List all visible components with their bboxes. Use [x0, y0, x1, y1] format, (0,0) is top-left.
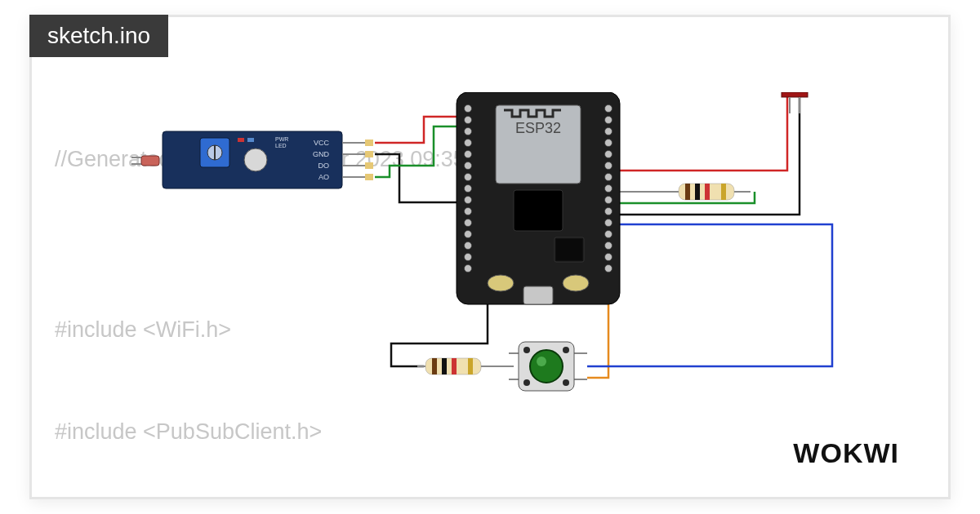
wokwi-logo-text: WOKWI	[793, 437, 899, 468]
ldr-pwr-label: PWR	[275, 136, 288, 142]
resistor-1[interactable]	[679, 184, 734, 200]
svg-point-25	[563, 275, 589, 291]
svg-point-45	[605, 151, 612, 158]
svg-point-26	[465, 105, 472, 113]
svg-rect-14	[365, 140, 373, 146]
svg-point-34	[465, 197, 472, 204]
svg-rect-23	[523, 286, 553, 304]
svg-rect-19	[496, 105, 581, 184]
svg-point-28	[465, 128, 472, 135]
wire-button-gnd	[391, 303, 488, 366]
svg-point-42	[605, 117, 612, 124]
svg-rect-66	[442, 358, 447, 374]
svg-point-33	[465, 185, 472, 193]
ldr-pin-label-vcc: VCC	[314, 139, 330, 147]
svg-point-37	[465, 231, 472, 238]
esp32-board[interactable]: ESP32	[457, 92, 620, 304]
svg-point-47	[605, 174, 612, 181]
svg-rect-56	[782, 92, 808, 97]
svg-rect-61	[695, 184, 700, 200]
svg-point-29	[465, 140, 472, 147]
svg-point-49	[605, 197, 612, 204]
svg-point-30	[465, 151, 472, 158]
ldr-module[interactable]: PWR LED VCC GND DO AO	[131, 131, 373, 188]
svg-rect-62	[705, 184, 710, 200]
svg-point-31	[465, 162, 472, 170]
svg-point-48	[605, 185, 612, 193]
svg-rect-16	[365, 162, 373, 169]
svg-point-46	[605, 162, 612, 170]
svg-point-77	[563, 379, 569, 386]
push-button[interactable]	[509, 342, 587, 391]
svg-rect-63	[721, 184, 726, 200]
svg-point-52	[605, 231, 612, 238]
circuit-diagram: PWR LED VCC GND DO AO	[130, 92, 881, 435]
svg-point-40	[465, 265, 472, 273]
svg-rect-17	[365, 174, 373, 180]
svg-point-38	[465, 242, 472, 250]
svg-rect-67	[452, 358, 457, 374]
svg-point-51	[605, 219, 612, 227]
svg-point-32	[465, 174, 472, 181]
svg-point-53	[605, 242, 612, 250]
ldr-led-label: LED	[275, 143, 287, 148]
svg-point-78	[530, 350, 563, 383]
resistor-2[interactable]	[425, 358, 481, 374]
svg-rect-9	[247, 138, 254, 142]
wire-led-anode	[620, 95, 788, 171]
svg-rect-8	[238, 138, 244, 142]
led-red[interactable]	[782, 92, 808, 113]
filename-tab: sketch.ino	[29, 15, 168, 57]
svg-point-27	[465, 117, 472, 124]
svg-rect-15	[365, 151, 373, 157]
svg-rect-1	[141, 156, 159, 166]
ldr-pin-label-gnd: GND	[313, 150, 330, 158]
ldr-pin-label-do: DO	[318, 162, 330, 170]
ldr-pin-label-ao: AO	[318, 173, 329, 181]
svg-point-76	[523, 379, 530, 386]
svg-point-36	[465, 219, 472, 227]
svg-point-54	[605, 254, 612, 261]
svg-rect-68	[468, 358, 473, 374]
svg-point-80	[537, 357, 546, 366]
wokwi-logo: WOKWI	[793, 437, 899, 469]
svg-point-75	[563, 347, 569, 353]
svg-point-44	[605, 140, 612, 147]
svg-point-24	[488, 275, 514, 291]
svg-point-55	[605, 265, 612, 273]
svg-point-39	[465, 254, 472, 261]
svg-rect-20	[514, 190, 563, 231]
svg-rect-65	[432, 358, 437, 374]
svg-rect-60	[685, 184, 690, 200]
svg-point-35	[465, 208, 472, 215]
wire-button-vcc	[587, 224, 832, 366]
svg-point-74	[523, 347, 530, 353]
svg-point-43	[605, 128, 612, 135]
filename-label: sketch.ino	[47, 23, 150, 48]
svg-rect-22	[556, 239, 582, 260]
svg-point-7	[244, 148, 267, 171]
esp32-chip-label: ESP32	[515, 120, 561, 136]
card-frame: sketch.ino //Generated Date: Tue, 18 Apr…	[29, 15, 951, 499]
svg-point-50	[605, 208, 612, 215]
svg-point-41	[605, 105, 612, 113]
